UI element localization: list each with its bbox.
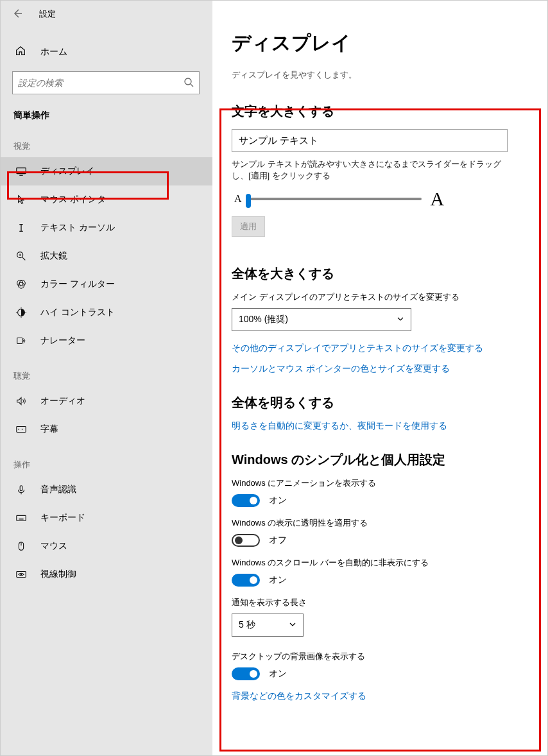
- notif-combobox[interactable]: 5 秒: [232, 614, 304, 637]
- sidebar-item-label: カラー フィルター: [40, 279, 115, 290]
- scroll-toggle[interactable]: [232, 574, 260, 587]
- slider-thumb[interactable]: [246, 194, 251, 208]
- bg-toggle[interactable]: [232, 667, 260, 680]
- sidebar-group-interaction-list: 音声認識 キーボード マウス 視線制御: [1, 476, 212, 588]
- mouse-icon: [15, 540, 28, 552]
- sidebar-group-interaction: 操作: [1, 443, 212, 476]
- sidebar-group-hearing: 聴覚: [1, 355, 212, 387]
- bg-label: デスクトップの背景画像を表示する: [232, 651, 528, 662]
- back-button[interactable]: [6, 3, 29, 26]
- section-heading: 全体を大きくする: [232, 265, 528, 282]
- sidebar-item-caption[interactable]: 字幕: [1, 415, 212, 443]
- anim-label: Windows にアニメーションを表示する: [232, 477, 528, 489]
- section-brightness: 全体を明るくする 明るさを自動的に変更するか、夜間モードを使用する: [232, 394, 528, 432]
- sidebar-item-label: ディスプレイ: [40, 166, 94, 177]
- sidebar-item-label: 字幕: [40, 424, 58, 435]
- monitor-icon: [15, 166, 28, 177]
- section-heading: 全体を明るくする: [232, 394, 528, 411]
- link-brightness[interactable]: 明るさを自動的に変更するか、夜間モードを使用する: [232, 420, 528, 432]
- section-heading: Windows のシンプル化と個人用設定: [232, 451, 528, 468]
- sidebar-item-label: オーディオ: [40, 395, 85, 407]
- notif-value: 5 秒: [239, 619, 255, 631]
- svg-line-2: [191, 84, 193, 87]
- svg-rect-21: [17, 515, 26, 520]
- trans-label: Windows の表示に透明性を適用する: [232, 517, 528, 529]
- sidebar-item-magnifier[interactable]: 拡大鏡: [1, 242, 212, 270]
- scale-value: 100% (推奨): [239, 314, 288, 325]
- window-title: 設定: [39, 8, 56, 20]
- svg-line-7: [22, 257, 26, 261]
- keyboard-icon: [15, 512, 28, 524]
- scroll-state: オン: [269, 574, 287, 586]
- svg-point-30: [21, 574, 22, 576]
- content-pane: ディスプレイ ディスプレイを見やすくします。 文字を大きくする サンプル テキス…: [212, 1, 547, 755]
- bg-state: オン: [269, 668, 287, 680]
- sidebar-item-narrator[interactable]: ナレーター: [1, 327, 212, 355]
- section-textsize: 文字を大きくする サンプル テキスト サンプル テキストが読みやすい大きさになる…: [232, 103, 528, 237]
- high-contrast-icon: [15, 307, 28, 318]
- letter-large-icon: A: [431, 188, 445, 210]
- chevron-down-icon: [289, 620, 296, 630]
- sidebar-item-label: テキスト カーソル: [40, 222, 115, 234]
- page-title: ディスプレイ: [232, 30, 528, 56]
- audio-icon: [15, 395, 28, 407]
- svg-point-1: [185, 78, 191, 85]
- trans-toggle[interactable]: [232, 534, 260, 547]
- svg-rect-20: [20, 486, 22, 491]
- textsize-desc: サンプル テキストが読みやすい大きさになるまでスライダーをドラッグし、[適用] …: [232, 159, 514, 182]
- narrator-icon: [15, 335, 28, 347]
- sidebar-item-keyboard[interactable]: キーボード: [1, 504, 212, 532]
- letter-small-icon: A: [234, 193, 242, 205]
- svg-rect-19: [17, 427, 26, 433]
- notif-label: 通知を表示する長さ: [232, 597, 528, 608]
- sidebar-group-visual: 視覚: [1, 125, 212, 157]
- sidebar-item-label: マウス ポインター: [40, 194, 115, 205]
- sidebar-item-eyecontrol[interactable]: 視線制御: [1, 560, 212, 588]
- sidebar-section-title: 簡単操作: [1, 98, 212, 125]
- sidebar-item-colorfilter[interactable]: カラー フィルター: [1, 270, 212, 298]
- sidebar-item-label: ハイ コントラスト: [40, 307, 115, 318]
- scale-combobox[interactable]: 100% (推奨): [232, 308, 411, 331]
- sample-text-box: サンプル テキスト: [232, 129, 508, 152]
- sidebar-item-textcursor[interactable]: テキスト カーソル: [1, 214, 212, 242]
- link-cursor-color[interactable]: カーソルとマウス ポインターの色とサイズを変更する: [232, 363, 528, 375]
- sidebar-item-mouse[interactable]: マウス: [1, 532, 212, 560]
- sidebar-item-speech[interactable]: 音声認識: [1, 476, 212, 504]
- sidebar-group-hearing-list: オーディオ 字幕: [1, 387, 212, 443]
- sidebar-group-visual-list: ディスプレイ マウス ポインター テキスト カーソル 拡大鏡 カラー フィルター…: [1, 157, 212, 355]
- section-simplify: Windows のシンプル化と個人用設定 Windows にアニメーションを表示…: [232, 451, 528, 702]
- magnifier-icon: [15, 250, 28, 262]
- trans-state: オフ: [269, 535, 287, 546]
- sample-text: サンプル テキスト: [239, 135, 318, 147]
- sidebar-item-label: 音声認識: [40, 484, 76, 495]
- sidebar-item-label: キーボード: [40, 512, 85, 524]
- anim-toggle[interactable]: [232, 494, 260, 507]
- sidebar-item-audio[interactable]: オーディオ: [1, 387, 212, 415]
- scale-desc: メイン ディスプレイのアプリとテキストのサイズを変更する: [232, 291, 528, 303]
- apply-button[interactable]: 適用: [232, 216, 265, 237]
- cursor-icon: [15, 194, 28, 205]
- color-filter-icon: [15, 279, 28, 290]
- textsize-slider-row: A A: [234, 188, 528, 210]
- sidebar-home[interactable]: ホーム: [1, 39, 212, 65]
- link-bg-customize[interactable]: 背景などの色をカスタマイズする: [232, 691, 528, 702]
- anim-state: オン: [269, 495, 287, 506]
- sidebar-item-display[interactable]: ディスプレイ: [1, 157, 212, 185]
- sidebar-item-cursor[interactable]: マウス ポインター: [1, 185, 212, 214]
- apply-button-label: 適用: [240, 221, 257, 231]
- sidebar-item-highcontrast[interactable]: ハイ コントラスト: [1, 298, 212, 327]
- scroll-label: Windows のスクロール バーを自動的に非表示にする: [232, 557, 528, 569]
- search-input[interactable]: [18, 78, 184, 88]
- search-input-container[interactable]: [12, 71, 200, 94]
- arrow-left-icon: [12, 8, 22, 21]
- sidebar-item-label: マウス: [40, 540, 67, 552]
- sidebar-item-label: 視線制御: [40, 569, 76, 580]
- caption-icon: [15, 424, 28, 435]
- text-cursor-icon: [15, 222, 28, 234]
- sidebar-item-label: 拡大鏡: [40, 250, 67, 262]
- page-subtitle: ディスプレイを見やすくします。: [232, 69, 528, 81]
- section-everything: 全体を大きくする メイン ディスプレイのアプリとテキストのサイズを変更する 10…: [232, 265, 528, 375]
- link-other-displays[interactable]: その他のディスプレイでアプリとテキストのサイズを変更する: [232, 343, 528, 354]
- sidebar-item-label: ナレーター: [40, 335, 85, 347]
- textsize-slider[interactable]: [246, 198, 422, 200]
